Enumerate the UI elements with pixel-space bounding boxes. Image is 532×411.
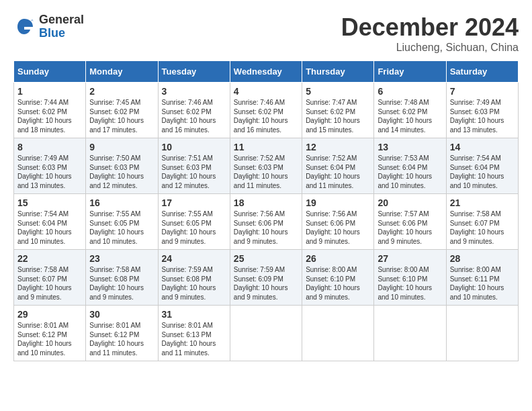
calendar-day-cell: 22Sunrise: 7:58 AM Sunset: 6:07 PM Dayli… [14, 250, 86, 306]
calendar-day-cell: 19Sunrise: 7:56 AM Sunset: 6:06 PM Dayli… [302, 194, 374, 250]
calendar-day-header: Thursday [302, 61, 374, 83]
day-info: Sunrise: 8:00 AM Sunset: 6:10 PM Dayligh… [306, 265, 370, 302]
day-number: 10 [162, 142, 226, 152]
day-number: 22 [17, 253, 82, 264]
calendar-week-row: 22Sunrise: 7:58 AM Sunset: 6:07 PM Dayli… [14, 250, 519, 306]
day-info: Sunrise: 7:51 AM Sunset: 6:03 PM Dayligh… [162, 154, 226, 190]
calendar-day-cell: 1Sunrise: 7:44 AM Sunset: 6:02 PM Daylig… [14, 83, 86, 138]
day-number: 5 [306, 86, 370, 97]
day-info: Sunrise: 7:58 AM Sunset: 6:07 PM Dayligh… [17, 265, 82, 302]
day-info: Sunrise: 7:55 AM Sunset: 6:05 PM Dayligh… [162, 210, 226, 246]
calendar-day-cell [302, 306, 374, 361]
calendar-week-row: 15Sunrise: 7:54 AM Sunset: 6:04 PM Dayli… [14, 194, 519, 250]
calendar-day-header: Saturday [446, 61, 518, 83]
location: Liucheng, Sichuan, China [341, 42, 519, 54]
day-info: Sunrise: 7:47 AM Sunset: 6:02 PM Dayligh… [306, 98, 370, 134]
calendar-day-cell [446, 306, 518, 361]
day-number: 31 [162, 309, 226, 320]
day-info: Sunrise: 7:53 AM Sunset: 6:04 PM Dayligh… [378, 154, 442, 190]
day-info: Sunrise: 7:50 AM Sunset: 6:03 PM Dayligh… [89, 154, 154, 190]
calendar-day-cell: 24Sunrise: 7:59 AM Sunset: 6:08 PM Dayli… [158, 250, 230, 306]
calendar-day-cell: 7Sunrise: 7:49 AM Sunset: 6:03 PM Daylig… [446, 83, 518, 138]
day-number: 2 [89, 86, 154, 97]
calendar-day-cell: 9Sunrise: 7:50 AM Sunset: 6:03 PM Daylig… [86, 138, 158, 194]
calendar-day-cell: 18Sunrise: 7:56 AM Sunset: 6:06 PM Dayli… [230, 194, 302, 250]
day-number: 8 [17, 142, 82, 152]
calendar-day-cell: 30Sunrise: 8:01 AM Sunset: 6:12 PM Dayli… [86, 306, 158, 361]
calendar-day-cell: 12Sunrise: 7:52 AM Sunset: 6:04 PM Dayli… [302, 138, 374, 194]
calendar-day-cell: 2Sunrise: 7:45 AM Sunset: 6:02 PM Daylig… [86, 83, 158, 138]
logo-general: General [39, 13, 84, 26]
logo: General Blue [13, 13, 84, 40]
calendar-day-cell: 16Sunrise: 7:55 AM Sunset: 6:05 PM Dayli… [86, 194, 158, 250]
day-number: 4 [234, 86, 298, 97]
calendar-day-cell: 10Sunrise: 7:51 AM Sunset: 6:03 PM Dayli… [158, 138, 230, 194]
day-info: Sunrise: 7:46 AM Sunset: 6:02 PM Dayligh… [162, 98, 226, 134]
logo-blue: Blue [39, 26, 65, 40]
calendar-day-cell: 8Sunrise: 7:49 AM Sunset: 6:03 PM Daylig… [14, 138, 86, 194]
calendar-day-cell: 20Sunrise: 7:57 AM Sunset: 6:06 PM Dayli… [374, 194, 446, 250]
day-info: Sunrise: 7:46 AM Sunset: 6:02 PM Dayligh… [234, 98, 298, 134]
day-number: 9 [89, 142, 154, 152]
day-number: 28 [450, 253, 515, 264]
day-info: Sunrise: 7:52 AM Sunset: 6:03 PM Dayligh… [234, 154, 298, 190]
day-number: 16 [89, 197, 154, 208]
calendar-table: SundayMondayTuesdayWednesdayThursdayFrid… [13, 60, 519, 361]
calendar-day-cell: 28Sunrise: 8:00 AM Sunset: 6:11 PM Dayli… [446, 250, 518, 306]
calendar-week-row: 1Sunrise: 7:44 AM Sunset: 6:02 PM Daylig… [14, 83, 519, 138]
day-info: Sunrise: 7:55 AM Sunset: 6:05 PM Dayligh… [89, 210, 154, 246]
day-number: 18 [234, 197, 298, 208]
calendar-day-cell: 14Sunrise: 7:54 AM Sunset: 6:04 PM Dayli… [446, 138, 518, 194]
calendar-day-header: Sunday [14, 61, 86, 83]
day-info: Sunrise: 7:59 AM Sunset: 6:09 PM Dayligh… [234, 265, 298, 302]
calendar-day-cell: 11Sunrise: 7:52 AM Sunset: 6:03 PM Dayli… [230, 138, 302, 194]
day-number: 11 [234, 142, 298, 152]
day-number: 24 [162, 253, 226, 264]
day-number: 3 [162, 86, 226, 97]
day-info: Sunrise: 7:45 AM Sunset: 6:02 PM Dayligh… [89, 98, 154, 134]
day-number: 23 [89, 253, 154, 264]
calendar-day-cell: 29Sunrise: 8:01 AM Sunset: 6:12 PM Dayli… [14, 306, 86, 361]
day-number: 1 [17, 86, 82, 97]
calendar-day-cell: 17Sunrise: 7:55 AM Sunset: 6:05 PM Dayli… [158, 194, 230, 250]
month-title: December 2024 [341, 13, 519, 42]
calendar-day-cell: 6Sunrise: 7:48 AM Sunset: 6:02 PM Daylig… [374, 83, 446, 138]
day-info: Sunrise: 7:44 AM Sunset: 6:02 PM Dayligh… [17, 98, 82, 134]
day-info: Sunrise: 8:01 AM Sunset: 6:13 PM Dayligh… [162, 321, 226, 357]
day-number: 20 [378, 197, 442, 208]
day-number: 14 [450, 142, 515, 152]
day-number: 17 [162, 197, 226, 208]
calendar-day-cell: 25Sunrise: 7:59 AM Sunset: 6:09 PM Dayli… [230, 250, 302, 306]
day-number: 25 [234, 253, 298, 264]
day-info: Sunrise: 7:56 AM Sunset: 6:06 PM Dayligh… [234, 210, 298, 246]
calendar-day-cell: 31Sunrise: 8:01 AM Sunset: 6:13 PM Dayli… [158, 306, 230, 361]
calendar-day-header: Wednesday [230, 61, 302, 83]
calendar-day-cell: 23Sunrise: 7:58 AM Sunset: 6:08 PM Dayli… [86, 250, 158, 306]
calendar-day-cell: 15Sunrise: 7:54 AM Sunset: 6:04 PM Dayli… [14, 194, 86, 250]
calendar-day-cell: 21Sunrise: 7:58 AM Sunset: 6:07 PM Dayli… [446, 194, 518, 250]
calendar-day-header: Friday [374, 61, 446, 83]
calendar-week-row: 29Sunrise: 8:01 AM Sunset: 6:12 PM Dayli… [14, 306, 519, 361]
calendar-day-cell [230, 306, 302, 361]
day-number: 29 [17, 309, 82, 320]
calendar-day-cell: 4Sunrise: 7:46 AM Sunset: 6:02 PM Daylig… [230, 83, 302, 138]
calendar-day-header: Tuesday [158, 61, 230, 83]
day-number: 26 [306, 253, 370, 264]
day-info: Sunrise: 8:00 AM Sunset: 6:10 PM Dayligh… [378, 265, 442, 302]
day-number: 15 [17, 197, 82, 208]
calendar-day-cell: 13Sunrise: 7:53 AM Sunset: 6:04 PM Dayli… [374, 138, 446, 194]
logo-icon [13, 16, 35, 38]
logo-text: General Blue [39, 13, 84, 40]
day-info: Sunrise: 8:01 AM Sunset: 6:12 PM Dayligh… [17, 321, 82, 357]
day-number: 6 [378, 86, 442, 97]
calendar-day-header: Monday [86, 61, 158, 83]
day-number: 27 [378, 253, 442, 264]
day-info: Sunrise: 7:49 AM Sunset: 6:03 PM Dayligh… [450, 98, 515, 134]
calendar-week-row: 8Sunrise: 7:49 AM Sunset: 6:03 PM Daylig… [14, 138, 519, 194]
calendar-header-row: SundayMondayTuesdayWednesdayThursdayFrid… [14, 61, 519, 83]
calendar-day-cell: 27Sunrise: 8:00 AM Sunset: 6:10 PM Dayli… [374, 250, 446, 306]
day-number: 12 [306, 142, 370, 152]
day-info: Sunrise: 7:54 AM Sunset: 6:04 PM Dayligh… [17, 210, 82, 246]
calendar-day-cell [374, 306, 446, 361]
day-info: Sunrise: 7:48 AM Sunset: 6:02 PM Dayligh… [378, 98, 442, 134]
